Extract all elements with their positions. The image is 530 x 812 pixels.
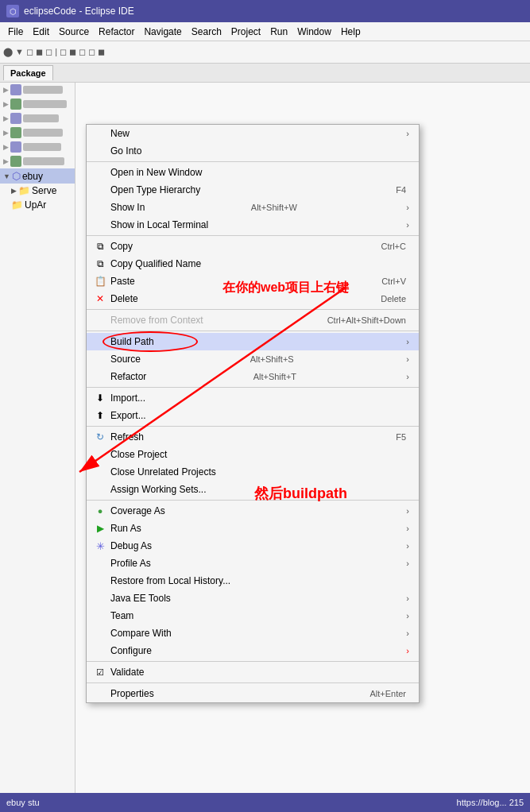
menu-item-validate[interactable]: ☑ Validate: [87, 663, 419, 681]
assign-working-label: Assign Working Sets...: [110, 484, 207, 495]
import-icon: ⬇: [93, 391, 107, 405]
menu-item-properties[interactable]: Properties Alt+Enter: [87, 685, 419, 702]
arrow-icon: ›: [406, 220, 409, 230]
item-icon: [10, 156, 21, 167]
run-as-label: Run As: [110, 523, 141, 534]
item-icon: [10, 127, 21, 138]
menu-item-refactor[interactable]: Refactor Alt+Shift+T ›: [87, 368, 419, 385]
debug-icon: ✳: [93, 539, 107, 553]
arrow-icon: ›: [406, 646, 409, 655]
menu-item-show-in[interactable]: Show In Alt+Shift+W ›: [87, 199, 419, 216]
arrow-icon: ›: [406, 372, 409, 381]
validate-label: Validate: [110, 667, 144, 678]
compare-with-label: Compare With: [110, 628, 172, 639]
separator: [87, 500, 419, 501]
sidebar-item-serve[interactable]: ▶ 📁 Serve: [0, 184, 75, 198]
menu-file[interactable]: File: [3, 25, 28, 39]
menu-item-team[interactable]: Team ›: [87, 607, 419, 624]
menu-item-close-unrelated[interactable]: Close Unrelated Projects: [87, 463, 419, 481]
shortcut-refresh: F5: [396, 432, 409, 442]
close-project-label: Close Project: [110, 449, 167, 460]
menu-item-open-type-hierarchy[interactable]: Open Type Hierarchy F4: [87, 181, 419, 199]
arrow-icon: ›: [406, 559, 409, 568]
menu-item-restore-history[interactable]: Restore from Local History...: [87, 572, 419, 590]
serve-label: Serve: [32, 185, 56, 196]
properties-label: Properties: [110, 688, 154, 699]
menu-item-remove-context[interactable]: Remove from Context Ctrl+Alt+Shift+Down: [87, 311, 419, 329]
menu-bar: File Edit Source Refactor Navigate Searc…: [0, 22, 530, 41]
menu-window[interactable]: Window: [292, 25, 336, 39]
item-label: [23, 114, 59, 122]
menu-item-build-path[interactable]: Build Path ›: [87, 333, 419, 350]
menu-item-show-local-terminal[interactable]: Show in Local Terminal ›: [87, 216, 419, 234]
item-label: [23, 143, 61, 151]
list-item[interactable]: ▶: [0, 97, 75, 111]
item-icon: [10, 99, 21, 110]
menu-item-java-ee-tools[interactable]: Java EE Tools ›: [87, 590, 419, 607]
menu-help[interactable]: Help: [336, 25, 366, 39]
menu-navigate[interactable]: Navigate: [139, 25, 186, 39]
menu-search[interactable]: Search: [187, 25, 226, 39]
menu-item-source[interactable]: Source Alt+Shift+S ›: [87, 350, 419, 368]
tab-bar: Package: [0, 64, 530, 83]
shortcut-copy: Ctrl+C: [381, 242, 409, 251]
menu-item-coverage-as[interactable]: ● Coverage As ›: [87, 502, 419, 520]
menu-refactor[interactable]: Refactor: [94, 25, 139, 39]
shortcut-f4: F4: [396, 185, 409, 195]
close-unrelated-label: Close Unrelated Projects: [110, 466, 216, 478]
profile-as-label: Profile As: [110, 558, 151, 569]
arrow-icon: ›: [406, 594, 409, 603]
copy-qualified-icon: ⧉: [93, 257, 107, 271]
menu-item-copy-qualified[interactable]: ⧉ Copy Qualified Name: [87, 255, 419, 273]
list-item[interactable]: ▶: [0, 111, 75, 126]
arrow-icon: ›: [406, 541, 409, 551]
menu-item-profile-as[interactable]: Profile As ›: [87, 555, 419, 572]
menu-item-run-as[interactable]: ▶ Run As ›: [87, 520, 419, 537]
shortcut-refactor: Alt+Shift+T: [253, 372, 300, 381]
menu-edit[interactable]: Edit: [28, 25, 54, 39]
menu-item-export[interactable]: ⬆ Export...: [87, 407, 419, 424]
menu-item-compare-with[interactable]: Compare With ›: [87, 624, 419, 642]
item-icon: [10, 84, 21, 95]
sidebar-item-upar[interactable]: 📁 UpAr: [0, 198, 75, 212]
refactor-label: Refactor: [110, 371, 146, 382]
menu-source[interactable]: Source: [54, 25, 94, 39]
menu-item-paste[interactable]: 📋 Paste Ctrl+V: [87, 273, 419, 290]
menu-item-configure[interactable]: Configure ›: [87, 642, 419, 659]
list-item[interactable]: ▶: [0, 154, 75, 168]
menu-item-copy[interactable]: ⧉ Copy Ctrl+C: [87, 238, 419, 255]
title-bar: ⬡ eclipseCode - Eclipse IDE: [0, 0, 530, 22]
show-local-terminal-label: Show in Local Terminal: [110, 219, 208, 230]
menu-item-refresh[interactable]: ↻ Refresh F5: [87, 428, 419, 446]
sidebar: ▶ ▶ ▶ ▶ ▶ ▶ ▼: [0, 83, 75, 812]
menu-item-close-project[interactable]: Close Project: [87, 446, 419, 463]
menu-run[interactable]: Run: [265, 25, 292, 39]
menu-item-delete[interactable]: ✕ Delete Delete: [87, 290, 419, 307]
menu-item-open-new-window[interactable]: Open in New Window: [87, 164, 419, 181]
toolbar-icons: ⬤ ▼ ◻ ◼ ◻ | ◻ ◼ ◻ ◻ ◼: [3, 47, 105, 57]
project-icon: ⬡: [12, 170, 21, 182]
package-explorer-tab[interactable]: Package: [3, 65, 53, 80]
separator: [87, 661, 419, 662]
menu-item-import[interactable]: ⬇ Import...: [87, 389, 419, 407]
paste-icon: 📋: [93, 274, 107, 288]
copy-qualified-label: Copy Qualified Name: [110, 258, 201, 269]
menu-item-debug-as[interactable]: ✳ Debug As ›: [87, 537, 419, 555]
export-label: Export...: [110, 410, 146, 421]
coverage-icon: ●: [93, 504, 107, 518]
item-label: [23, 129, 63, 137]
menu-item-new[interactable]: New ›: [87, 125, 419, 142]
list-item[interactable]: ▶: [0, 126, 75, 140]
menu-project[interactable]: Project: [226, 25, 265, 39]
list-item[interactable]: ▶: [0, 83, 75, 97]
refresh-label: Refresh: [110, 431, 144, 443]
remove-context-label: Remove from Context: [110, 315, 203, 326]
sidebar-item-ebuy[interactable]: ▼ ⬡ ebuy: [0, 168, 75, 184]
list-item[interactable]: ▶: [0, 140, 75, 154]
delete-icon: ✕: [93, 292, 107, 306]
menu-item-go-into[interactable]: Go Into: [87, 142, 419, 160]
shortcut-source: Alt+Shift+S: [250, 354, 297, 364]
item-label: [23, 100, 67, 108]
menu-item-assign-working[interactable]: Assign Working Sets...: [87, 481, 419, 498]
title-text: eclipseCode - Eclipse IDE: [24, 6, 134, 17]
